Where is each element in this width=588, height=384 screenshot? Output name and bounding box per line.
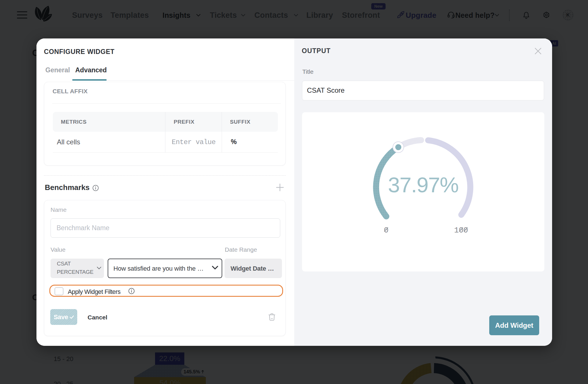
svg-text:100: 100 [454,226,468,235]
svg-text:37.97%: 37.97% [388,173,458,197]
